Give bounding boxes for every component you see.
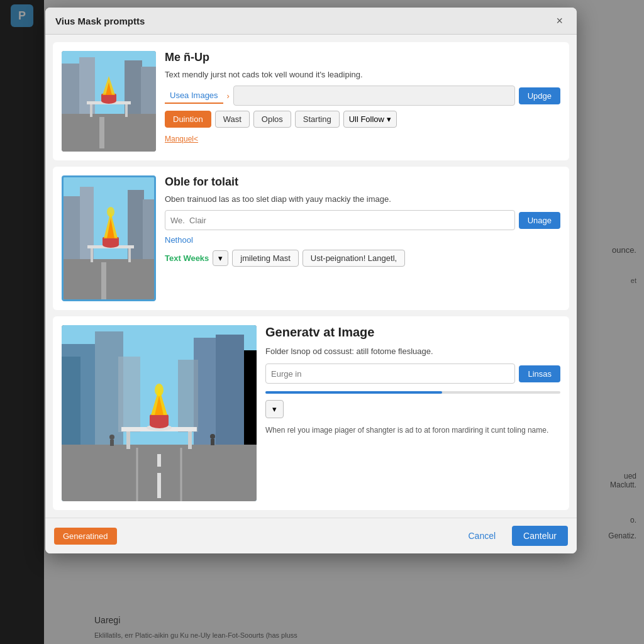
section-3-card: Generatv at Image Folder lsnop od cossus… xyxy=(53,316,569,510)
section-2-content: Oble for tolait Oben trainuod las as too… xyxy=(165,175,560,301)
section-3-input-row: Linsas xyxy=(265,364,560,384)
svg-point-52 xyxy=(155,384,164,396)
small-dropdown[interactable]: ▾ xyxy=(265,400,284,418)
svg-rect-32 xyxy=(62,357,80,445)
tab-oplos[interactable]: Oplos xyxy=(253,111,291,128)
svg-rect-4 xyxy=(141,67,156,114)
section-2-input[interactable] xyxy=(165,210,515,230)
svg-rect-42 xyxy=(157,473,161,486)
footer-right-buttons: Cancel Cantelur xyxy=(458,526,568,546)
linsas-button[interactable]: Linsas xyxy=(519,365,560,382)
svg-rect-45 xyxy=(126,431,130,449)
update-button[interactable]: Updge xyxy=(519,87,560,104)
svg-rect-35 xyxy=(216,335,244,445)
small-dropdown-chevron: ▾ xyxy=(272,404,277,414)
section-1-input-row: Usea Images › Updge xyxy=(165,86,560,106)
svg-rect-56 xyxy=(211,439,214,445)
svg-rect-23 xyxy=(128,248,131,262)
svg-point-53 xyxy=(109,435,114,440)
section-1-input[interactable] xyxy=(233,86,515,106)
svg-rect-2 xyxy=(79,57,95,114)
weeks-dropdown[interactable]: ▾ xyxy=(213,250,228,266)
section-2-description: Oben trainuod las as too slet diap with … xyxy=(165,194,560,205)
text-weeks-label: Text Weeks xyxy=(165,253,209,263)
svg-rect-8 xyxy=(90,104,92,117)
generatined-button[interactable]: Generatined xyxy=(54,528,117,545)
svg-rect-20 xyxy=(101,262,106,300)
section-1-card: Me ñ-Up Text mendly jurst not cads tok v… xyxy=(53,42,569,160)
section-3-title: Generatv at Image xyxy=(265,325,560,340)
tab-arrow-icon: › xyxy=(227,91,230,101)
section-1-title: Me ñ-Up xyxy=(165,51,560,64)
svg-rect-6 xyxy=(99,117,104,148)
weeks-dropdown-chevron: ▾ xyxy=(218,253,223,263)
pill-ust-peignation[interactable]: Ust-peignation! Langetl, xyxy=(303,250,405,267)
section-3-input[interactable] xyxy=(265,364,515,384)
svg-rect-9 xyxy=(125,104,128,117)
section-2-weeks-row: Text Weeks ▾ jmileting Mast Ust-peignati… xyxy=(165,250,560,267)
section-1-thumbnail xyxy=(62,51,156,152)
svg-rect-22 xyxy=(91,248,93,262)
section-1-content: Me ñ-Up Text mendly jurst not cads tok v… xyxy=(165,51,560,152)
svg-rect-37 xyxy=(178,360,198,432)
section-1-tab-row: Duintion Wast Oplos Starting Ull Follow … xyxy=(165,111,560,128)
progress-bar-container xyxy=(265,391,560,394)
svg-rect-43 xyxy=(157,486,161,498)
section-2-card: Oble for tolait Oben trainuod las as too… xyxy=(53,167,569,310)
nethool-link[interactable]: Nethool xyxy=(165,235,193,245)
progress-bar-fill xyxy=(265,391,442,394)
modal-body: Me ñ-Up Text mendly jurst not cads tok v… xyxy=(45,35,577,518)
cancel-button[interactable]: Cancel xyxy=(458,526,506,546)
section-2-title: Oble for tolait xyxy=(165,175,560,189)
section-3-description: Folder lsnop od cossust: atill fotome fl… xyxy=(265,346,560,357)
modal-header: Vius Mask promptts × xyxy=(45,8,577,35)
svg-rect-19 xyxy=(64,259,156,301)
tab-duintion[interactable]: Duintion xyxy=(165,111,211,128)
section-3-content: Generatv at Image Folder lsnop od cossus… xyxy=(265,325,560,501)
confirm-button[interactable]: Cantelur xyxy=(512,526,568,546)
dropdown-chevron-icon: ▾ xyxy=(387,114,391,124)
tab-starting[interactable]: Starting xyxy=(295,111,340,128)
pill-jmileting[interactable]: jmileting Mast xyxy=(232,250,298,267)
section-2-thumbnail xyxy=(62,175,156,301)
svg-rect-15 xyxy=(64,196,81,265)
svg-rect-49 xyxy=(150,414,169,425)
section-2-tags-row: Nethool xyxy=(165,235,560,245)
ull-follow-dropdown[interactable]: Ull Follow ▾ xyxy=(343,111,397,128)
svg-rect-1 xyxy=(62,64,80,114)
unage-button[interactable]: Unage xyxy=(519,212,560,229)
section-3-thumbnail xyxy=(62,325,257,501)
svg-point-28 xyxy=(107,207,114,217)
section-2-input-row: Unage xyxy=(165,210,560,230)
section-3-note: When rel you image piager of shangter is… xyxy=(265,425,560,436)
modal-dialog: Vius Mask promptts × xyxy=(45,8,577,553)
svg-rect-46 xyxy=(188,431,192,449)
tab-wast[interactable]: Wast xyxy=(215,111,250,128)
usea-images-tab[interactable]: Usea Images xyxy=(165,88,223,104)
section-3-bottom-row: ▾ xyxy=(265,400,560,418)
svg-rect-5 xyxy=(62,114,156,152)
modal-title: Vius Mask promptts xyxy=(55,16,145,26)
modal-footer: Generatined Cancel Cantelur xyxy=(45,518,577,553)
manual-link[interactable]: Manquel< xyxy=(165,135,198,143)
svg-rect-18 xyxy=(143,199,156,265)
svg-rect-36 xyxy=(118,357,140,432)
section-1-description: Text mendly jurst not cads tok vell woun… xyxy=(165,69,560,80)
section-1-footer: Manquel< xyxy=(165,133,560,144)
modal-close-button[interactable]: × xyxy=(552,14,567,28)
svg-rect-54 xyxy=(110,440,114,446)
svg-point-55 xyxy=(210,434,215,439)
svg-rect-41 xyxy=(157,454,161,467)
